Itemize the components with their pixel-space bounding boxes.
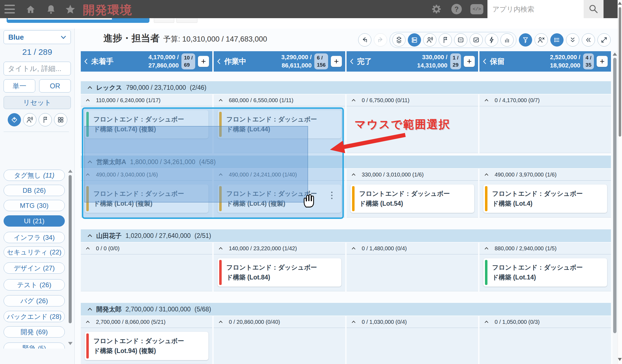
cell-summary[interactable]: 0 / 20,860,000 (0/40) [214, 316, 345, 328]
board-scrollbar[interactable] [613, 51, 617, 364]
cell-summary[interactable]: 680,000 / 6,550,000 (1/11) [214, 94, 345, 106]
board-scrollbar-thumb[interactable] [613, 58, 616, 333]
chevron-up-icon[interactable] [484, 320, 489, 323]
page-scrollbar-thumb[interactable] [619, 7, 621, 137]
chevron-up-icon[interactable] [219, 247, 223, 250]
chevron-up-icon[interactable] [352, 99, 356, 102]
help-icon[interactable]: ? [451, 4, 462, 14]
tag-scroll-down-icon[interactable] [68, 342, 73, 345]
chevron-up-icon[interactable] [86, 247, 90, 250]
task-card[interactable]: フロントエンド：ダッシュボード構築 (Lot.4) [483, 184, 607, 213]
add-card-button[interactable]: + [198, 56, 209, 67]
add-card-button[interactable]: + [464, 56, 475, 67]
tab-stub[interactable] [154, 18, 174, 23]
column-count-badge[interactable]: 1 /29 [450, 53, 461, 69]
archive-box-button[interactable] [454, 33, 467, 47]
hamburger-menu-icon[interactable] [4, 5, 15, 13]
swimlane-header[interactable]: 山田花子1,020,000 / 27,640,000(2/51) [81, 229, 611, 242]
search-button[interactable] [584, 0, 604, 18]
layers-view-button[interactable] [392, 33, 406, 47]
quick-action-button[interactable] [485, 33, 498, 47]
tag-pill-bug[interactable]: バグ(26) [4, 295, 65, 306]
column-count-badge[interactable]: 10 /69 [181, 53, 195, 69]
title-filter-input[interactable] [4, 62, 71, 75]
chevron-up-icon[interactable] [87, 86, 92, 89]
settings-gear-icon[interactable] [431, 4, 441, 14]
task-check-button[interactable] [470, 33, 483, 47]
cell-summary[interactable]: 490,000 / 3,970,000 (1/6) [479, 169, 611, 181]
tag-pill-backend[interactable]: バックエンド(28) [4, 311, 65, 322]
flag-filter-button[interactable] [39, 113, 52, 126]
unassign-filter-button[interactable] [535, 33, 548, 47]
swimlane-header[interactable]: 開発太郎2,700,000 / 31,000,000(5/68) [81, 303, 611, 316]
color-select[interactable]: Blue [4, 30, 71, 44]
chevron-left-icon[interactable] [483, 58, 487, 65]
tag-pill-mtg[interactable]: MTG(30) [4, 200, 65, 211]
undo-button[interactable] [358, 33, 371, 47]
tag-pill-test[interactable]: テスト(26) [4, 279, 65, 290]
column-count-badge[interactable]: 4 /35 [583, 53, 594, 69]
chevron-up-icon[interactable] [219, 99, 223, 102]
cell-summary[interactable]: 0 / 1,030,000 (0/4) [347, 316, 478, 328]
column-header-in-progress[interactable]: 作業中 3,290,000 /86,611,000 6 /156 + [214, 51, 345, 72]
chevron-left-icon[interactable] [217, 58, 221, 65]
chevron-up-icon[interactable] [352, 247, 356, 250]
task-card[interactable]: フロントエンド：ダッシュボード構築 (Lot.84) [218, 258, 341, 287]
column-header-done[interactable]: 完了 330,000 /14,310,000 1 /29 + [347, 51, 478, 72]
or-mode-button[interactable]: OR [39, 79, 71, 93]
chevron-up-icon[interactable] [87, 234, 92, 237]
task-card[interactable]: フロントエンド：ダッシュボード構築 (Lot.54) [350, 184, 474, 213]
assignee-view-button[interactable] [423, 33, 436, 47]
swimlane-header[interactable]: レックス790,000 / 23,710,000(2/46) [81, 81, 611, 94]
filter-button[interactable] [519, 33, 532, 47]
column-header-not-started[interactable]: 未着手 4,170,000 /27,860,000 10 /69 + [81, 51, 212, 72]
page-scrollbar[interactable] [618, 0, 622, 364]
fullscreen-button[interactable] [597, 33, 611, 47]
tag-pill-security[interactable]: セキュリティ(22) [4, 246, 65, 258]
tag-pill-urgent[interactable]: 緊急(5) [4, 343, 65, 349]
single-mode-button[interactable]: 単一 [4, 79, 35, 93]
task-card[interactable]: フロントエンド：ダッシュボード構築 (Lot.94) (複製) [85, 332, 208, 360]
home-icon[interactable] [25, 5, 36, 14]
add-card-button[interactable]: + [331, 56, 342, 67]
reset-button[interactable]: リセット [4, 96, 71, 109]
tag-pill-db[interactable]: DB(26) [4, 185, 65, 196]
cell-summary[interactable]: 2,700,000 / 8,060,000 (5/21) [81, 316, 212, 328]
tag-scroll-up-icon[interactable] [68, 170, 73, 173]
cell-summary[interactable]: 0 / 6,750,000 (0/11) [347, 94, 478, 106]
chevron-up-icon[interactable] [352, 173, 356, 176]
tag-filter-button[interactable] [8, 113, 21, 126]
tag-pill-infra[interactable]: インフラ(34) [4, 232, 65, 243]
chevron-up-icon[interactable] [484, 99, 489, 102]
chevron-up-icon[interactable] [86, 99, 90, 102]
assignee-filter-button[interactable] [23, 113, 36, 126]
chevron-up-icon[interactable] [86, 320, 90, 323]
add-card-button[interactable]: + [597, 56, 608, 67]
tag-pill-design[interactable]: デザイン(27) [4, 262, 65, 274]
task-card[interactable]: フロントエンド：ダッシュボード構築 (Lot.14) [483, 258, 607, 287]
chevron-up-icon[interactable] [484, 247, 489, 250]
tag-pill-no-tag[interactable]: タグ無し(11) [4, 170, 65, 181]
app-search-input[interactable] [487, 0, 584, 18]
column-header-on-hold[interactable]: 保留 2,520,000 /18,902,000 4 /35 + [479, 51, 611, 72]
chart-button[interactable] [500, 33, 514, 47]
chevron-left-icon[interactable] [350, 58, 354, 65]
tag-pill-ui-selected[interactable]: UI(21) [4, 215, 65, 227]
cell-summary[interactable]: 880,000 / 2,940,000 (1/5) [479, 243, 611, 254]
cell-summary[interactable]: 140,000 / 23,220,000 (1/42) [214, 243, 345, 254]
cell-summary[interactable]: 330,000 / 3,010,000 (1/6) [347, 169, 478, 181]
range-selection-drag-area[interactable] [84, 126, 308, 202]
card-view-button[interactable] [408, 33, 421, 47]
collapse-rows-button[interactable] [566, 33, 579, 47]
chevron-up-icon[interactable] [219, 320, 223, 323]
chevron-up-icon[interactable] [87, 308, 92, 311]
page-scroll-down-icon[interactable] [618, 358, 622, 361]
tag-pill-dev[interactable]: 開発(69) [4, 326, 65, 338]
cell-summary[interactable]: 0 / 1,480,000 (0/4) [347, 243, 478, 254]
chevron-up-icon[interactable] [484, 173, 489, 176]
chevron-up-icon[interactable] [352, 320, 356, 323]
flag-view-button[interactable] [439, 33, 452, 47]
list-menu-button[interactable] [550, 33, 564, 47]
redo-button[interactable] [374, 33, 387, 47]
tab-stub[interactable] [176, 18, 197, 23]
